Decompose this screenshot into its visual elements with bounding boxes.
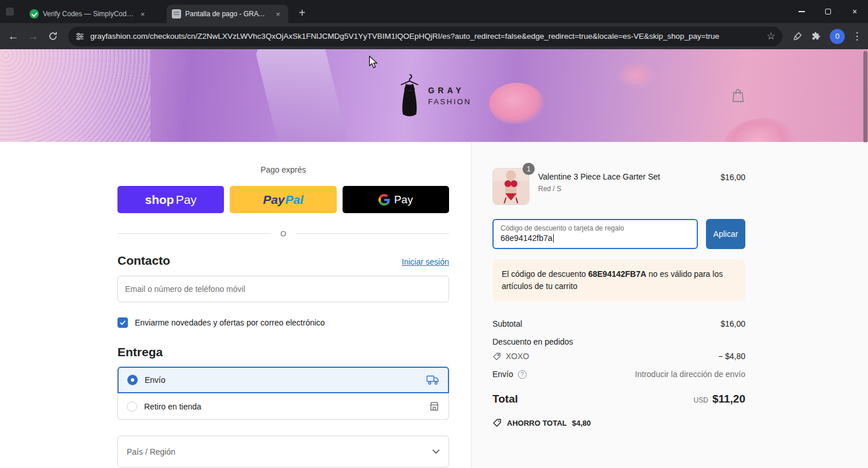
- navigation-bar: ← → grayfashion.com/checkouts/cn/Z2NwLXV…: [0, 23, 868, 49]
- perfume-bottle-decoration: [255, 49, 348, 142]
- profile-avatar[interactable]: 0: [830, 29, 845, 44]
- product-title: Valentine 3 Piece Lace Garter Set: [538, 171, 712, 182]
- page-scrollbar[interactable]: [863, 51, 867, 142]
- delivery-options: Envío Retiro en tienda: [117, 367, 449, 420]
- site-info-icon[interactable]: [75, 32, 84, 41]
- express-divider: O: [117, 229, 449, 238]
- shipping-option-retiro[interactable]: Retiro en tienda: [117, 393, 449, 420]
- tab-title: Pantalla de pago - GRAY FASHION: [185, 10, 269, 18]
- contact-heading: Contacto: [117, 254, 170, 268]
- shipping-option-label: Retiro en tienda: [144, 402, 422, 411]
- truck-icon: [426, 375, 439, 385]
- order-discount-label: Descuento en pedidos: [492, 337, 573, 346]
- radio-selected-icon: [127, 375, 138, 385]
- checkout-form-column: Pago exprés shopPay PayPal: [0, 142, 472, 468]
- apply-discount-button[interactable]: Aplicar: [706, 219, 745, 249]
- dress-icon: [397, 72, 422, 119]
- simplycodes-favicon-icon: [30, 9, 39, 19]
- paypal-button[interactable]: PayPal: [230, 186, 336, 213]
- shipping-option-envio[interactable]: Envío: [117, 367, 449, 393]
- newsletter-checkbox[interactable]: [117, 317, 128, 328]
- brand-name-line1: GRAY: [428, 86, 472, 95]
- browser-window: Verify Codes — SimplyCodes × Pantalla de…: [0, 0, 868, 468]
- cart-icon[interactable]: [731, 88, 745, 104]
- chevron-down-icon: [432, 449, 440, 454]
- petal-decoration: [489, 83, 544, 125]
- check-icon: [119, 319, 126, 326]
- tab-strip: Verify Codes — SimplyCodes × Pantalla de…: [0, 0, 868, 23]
- google-g-icon: [378, 194, 390, 206]
- url-text: grayfashion.com/checkouts/cn/Z2NwLXVzLWV…: [90, 32, 761, 41]
- shipping-label: Envío: [492, 370, 513, 379]
- shipping-option-label: Envío: [145, 375, 420, 385]
- divider-label: O: [280, 229, 286, 238]
- google-pay-button[interactable]: Pay: [343, 186, 449, 213]
- country-select-label: País / Región: [127, 447, 175, 456]
- total-savings-row: AHORRO TOTAL $4,80: [492, 418, 745, 427]
- info-icon[interactable]: ?: [518, 370, 527, 379]
- lace-decoration: [0, 49, 150, 142]
- shop-pay-logo-pay: Pay: [176, 193, 197, 207]
- new-tab-button[interactable]: +: [294, 5, 310, 21]
- newsletter-label: Enviarme novedades y ofertas por correo …: [135, 318, 325, 327]
- forward-button: →: [23, 27, 43, 46]
- discount-code-input[interactable]: Código de descuento o tarjeta de regalo …: [492, 219, 698, 249]
- address-bar[interactable]: grayfashion.com/checkouts/cn/Z2NwLXVzLWV…: [68, 27, 782, 46]
- order-summary-panel: 1 Valentine 3 Piece Lace Garter Set Red …: [472, 142, 868, 468]
- email-input[interactable]: [117, 276, 449, 302]
- browser-menu-icon[interactable]: ⋮: [849, 30, 865, 42]
- total-label: Total: [492, 393, 518, 405]
- tag-icon: [492, 352, 501, 361]
- savings-tag-icon: [492, 418, 502, 427]
- product-variant: Red / S: [538, 185, 712, 193]
- reload-button[interactable]: [43, 27, 62, 46]
- store-logo[interactable]: GRAY FASHION: [397, 72, 472, 119]
- tab-simplycodes[interactable]: Verify Codes — SimplyCodes ×: [24, 5, 153, 23]
- shipping-value: Introducir la dirección de envío: [635, 370, 745, 379]
- subtotal-value: $16,00: [720, 319, 745, 328]
- tab-close-icon[interactable]: ×: [138, 9, 148, 19]
- subtotal-label: Subtotal: [492, 319, 522, 328]
- reload-icon: [48, 31, 58, 41]
- bookmark-star-icon[interactable]: ☆: [767, 30, 775, 42]
- shop-pay-button[interactable]: shopPay: [117, 186, 224, 213]
- close-button[interactable]: ×: [841, 0, 868, 23]
- maximize-button[interactable]: [815, 0, 841, 23]
- error-code: 68E94142FB7A: [588, 269, 646, 279]
- cart-line-item: 1 Valentine 3 Piece Lace Garter Set Red …: [492, 168, 745, 205]
- store-banner: GRAY FASHION: [0, 49, 868, 142]
- discount-input-value: 68e94142fb7a: [501, 233, 553, 243]
- country-select[interactable]: País / Región: [117, 436, 449, 467]
- radio-unselected-icon: [127, 401, 137, 412]
- extensions-puzzle-icon[interactable]: [807, 27, 825, 46]
- delivery-heading: Entrega: [117, 345, 449, 359]
- window-logo-icon: [6, 8, 14, 16]
- product-image: [492, 168, 529, 205]
- paypal-logo-pal: Pal: [285, 193, 304, 207]
- tab-title: Verify Codes — SimplyCodes: [43, 10, 134, 18]
- text-caret: [553, 234, 554, 243]
- discount-amount: − $4,80: [718, 352, 745, 361]
- applied-discount-code: XOXO: [506, 352, 529, 361]
- login-link[interactable]: Iniciar sesión: [402, 257, 449, 266]
- brand-name-line2: FASHION: [428, 97, 472, 106]
- petal-decoration: [616, 61, 657, 90]
- back-button[interactable]: ←: [3, 27, 23, 46]
- store-icon: [429, 401, 440, 412]
- product-price: $16,00: [720, 168, 745, 182]
- error-text: El código de descuento: [502, 269, 588, 279]
- pinned-extension-icon[interactable]: [788, 27, 807, 46]
- discount-input-label: Código de descuento o tarjeta de regalo: [501, 224, 690, 232]
- tab-checkout[interactable]: Pantalla de pago - GRAY FASHION ×: [167, 5, 288, 23]
- express-checkout-title: Pago exprés: [117, 165, 449, 174]
- tab-close-icon[interactable]: ×: [273, 9, 283, 19]
- checkout-page: GRAY FASHION Pago exprés shopPay: [0, 49, 868, 468]
- shop-pay-logo: shop: [145, 193, 174, 207]
- paypal-logo-pay: Pay: [263, 193, 285, 207]
- minimize-button[interactable]: [788, 0, 815, 23]
- newsletter-checkbox-row[interactable]: Enviarme novedades y ofertas por correo …: [117, 317, 449, 328]
- currency-code: USD: [694, 396, 708, 404]
- discount-error-banner: El código de descuento 68E94142FB7A no e…: [492, 259, 745, 301]
- quantity-badge: 1: [523, 163, 535, 175]
- window-controls: ×: [788, 0, 868, 23]
